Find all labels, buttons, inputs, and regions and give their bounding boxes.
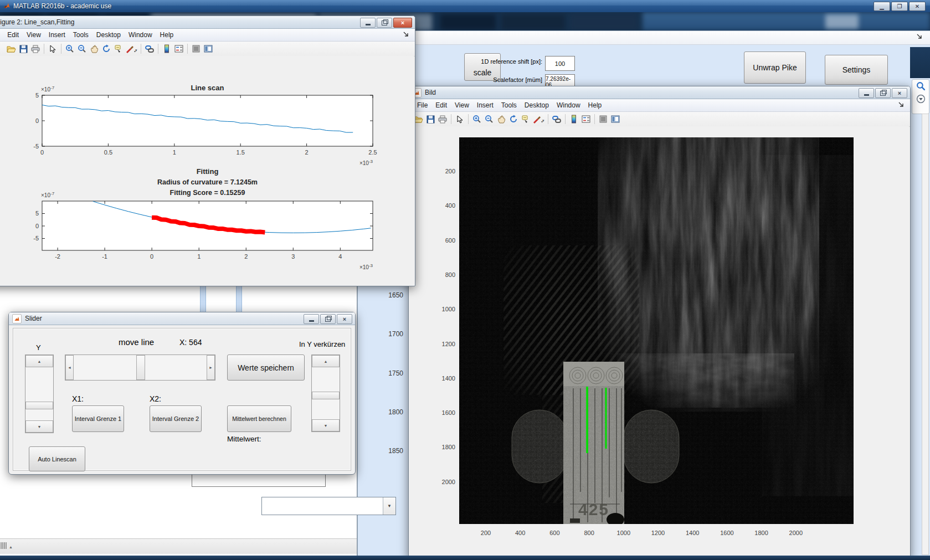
link-plot-icon[interactable]: [143, 43, 156, 54]
show-plot-tools-icon[interactable]: [202, 43, 214, 54]
menu-item-tools[interactable]: Tools: [69, 30, 93, 40]
slider-thumb[interactable]: [136, 355, 145, 380]
menu-item-window[interactable]: Window: [125, 30, 156, 40]
settings-button[interactable]: Settings: [825, 55, 888, 85]
insert-colorbar-icon[interactable]: [161, 43, 173, 54]
menu-item-window[interactable]: Window: [553, 100, 584, 110]
hide-plot-tools-icon[interactable]: [597, 114, 609, 125]
slider-up-arrow-icon[interactable]: ▲: [312, 355, 340, 367]
save-icon[interactable]: [424, 114, 436, 125]
pointer-icon[interactable]: [454, 114, 466, 125]
collapse-panel-icon[interactable]: [916, 94, 926, 104]
dock-arrow-icon[interactable]: [403, 31, 409, 38]
save-icon[interactable]: [17, 43, 29, 54]
insert-legend-icon[interactable]: [173, 43, 185, 54]
os-minimize-button[interactable]: ▁: [874, 2, 890, 11]
auto-linescan-button[interactable]: Auto Linescan: [29, 446, 85, 471]
brush-dropdown-icon[interactable]: ▾: [135, 48, 137, 53]
matlab-titlebar[interactable]: MATLAB R2016b - academic use ▁ ❐ ✕: [0, 0, 930, 12]
bild-toolbar: ▾: [409, 112, 910, 127]
zoom-out-icon[interactable]: [483, 114, 495, 125]
pan-icon[interactable]: [88, 43, 100, 54]
menu-item-insert[interactable]: Insert: [45, 30, 69, 40]
unwrap-pike-button[interactable]: Unwrap Pike: [744, 52, 806, 84]
data-cursor-icon[interactable]: [112, 43, 125, 54]
bild-restore-button[interactable]: [875, 88, 891, 98]
menu-item-insert[interactable]: Insert: [473, 100, 497, 110]
insert-legend-icon[interactable]: [580, 114, 592, 125]
rotate-3d-icon[interactable]: [507, 114, 520, 125]
slider-titlebar[interactable]: Slider ×: [9, 312, 355, 325]
ref-shift-input[interactable]: 100: [545, 56, 575, 71]
y-slider[interactable]: ▲ ▼: [25, 355, 54, 433]
dropdown-arrow-icon[interactable]: ▼: [383, 497, 395, 515]
bild-image[interactable]: 425: [459, 137, 854, 524]
menu-item-help[interactable]: Help: [584, 100, 606, 110]
panel-grip-icon[interactable]: ▲: [1, 542, 357, 549]
slider-right-arrow-icon[interactable]: ►: [207, 355, 215, 380]
bild-xtick: 400: [509, 530, 531, 536]
in-y-slider[interactable]: ▲ ▼: [311, 355, 340, 432]
menu-item-desktop[interactable]: Desktop: [93, 30, 125, 40]
slider-up-arrow-icon[interactable]: ▲: [25, 355, 53, 367]
interval-grenze-1-button[interactable]: Interval Grenze 1: [72, 405, 124, 432]
bild-ytick: 1200: [431, 341, 455, 347]
bild-minimize-button[interactable]: [859, 88, 874, 98]
pan-icon[interactable]: [495, 114, 507, 125]
bild-close-button[interactable]: ×: [892, 88, 907, 98]
search-icon[interactable]: [916, 81, 926, 91]
slider-close-button[interactable]: ×: [337, 314, 352, 324]
zoom-out-icon[interactable]: [76, 43, 88, 54]
insert-colorbar-icon[interactable]: [568, 114, 580, 125]
dock-arrow-icon[interactable]: [898, 101, 905, 108]
slider-thumb[interactable]: [25, 402, 53, 409]
interval-grenze-2-button[interactable]: Interval Grenze 2: [150, 405, 202, 432]
svg-text:0: 0: [40, 149, 44, 156]
taskbar[interactable]: [0, 556, 930, 560]
werte-speichern-button[interactable]: Werte speichern: [227, 355, 305, 381]
menu-item-view[interactable]: View: [451, 100, 473, 110]
slider-down-arrow-icon[interactable]: ▼: [25, 420, 53, 433]
menu-item-edit[interactable]: Edit: [3, 30, 23, 40]
matlab-logo-icon: [3, 2, 11, 9]
print-icon[interactable]: [436, 114, 449, 125]
print-icon[interactable]: [29, 43, 42, 54]
menu-item-desktop[interactable]: Desktop: [521, 100, 553, 110]
zoom-in-icon[interactable]: [64, 43, 76, 54]
slider-down-arrow-icon[interactable]: ▼: [312, 419, 340, 431]
zoom-in-icon[interactable]: [471, 114, 483, 125]
link-plot-icon[interactable]: [551, 114, 563, 125]
menu-item-help[interactable]: Help: [156, 30, 178, 40]
slider-thumb[interactable]: [312, 392, 340, 399]
figure2-restore-button[interactable]: [377, 18, 392, 28]
rotate-3d-icon[interactable]: [100, 43, 112, 54]
bild-ytick: 1000: [431, 306, 455, 312]
dock-arrow-icon[interactable]: [916, 33, 923, 40]
mittelwert-berechnen-button[interactable]: Mittelwert berechnen: [227, 405, 291, 432]
os-close-button[interactable]: ✕: [909, 2, 926, 11]
os-restore-button[interactable]: ❐: [891, 2, 908, 11]
open-icon[interactable]: [5, 43, 17, 54]
figure2-close-button[interactable]: ×: [393, 18, 412, 28]
figure2-minimize-button[interactable]: [360, 18, 376, 28]
brush-dropdown-icon[interactable]: ▾: [542, 119, 544, 123]
background-scrollbar[interactable]: [922, 114, 929, 555]
show-plot-tools-icon[interactable]: [609, 114, 621, 125]
slider-restore-button[interactable]: [320, 314, 336, 324]
hide-plot-tools-icon[interactable]: [190, 43, 202, 54]
svg-text:5: 5: [35, 210, 39, 217]
figure2-titlebar[interactable]: Figure 2: Line_scan,Fitting ×: [0, 16, 415, 29]
slider-left-arrow-icon[interactable]: ◄: [65, 355, 74, 380]
move-line-slider[interactable]: ◄ ►: [65, 355, 215, 381]
background-dropdown[interactable]: ▼: [261, 497, 396, 515]
bild-titlebar[interactable]: Bild ×: [409, 86, 910, 99]
pointer-icon[interactable]: [47, 43, 59, 54]
menu-item-edit[interactable]: Edit: [431, 100, 451, 110]
menu-item-file[interactable]: File: [413, 100, 431, 110]
data-cursor-icon[interactable]: [520, 114, 532, 125]
slider-minimize-button[interactable]: [304, 314, 319, 324]
menu-item-view[interactable]: View: [23, 30, 45, 40]
menu-item-tools[interactable]: Tools: [497, 100, 521, 110]
line-scan-and-fitting-plots[interactable]: 00.511.522.5-505×10-7×10-3Line scan-2-10…: [0, 56, 414, 285]
x2-label: X2:: [150, 394, 161, 403]
